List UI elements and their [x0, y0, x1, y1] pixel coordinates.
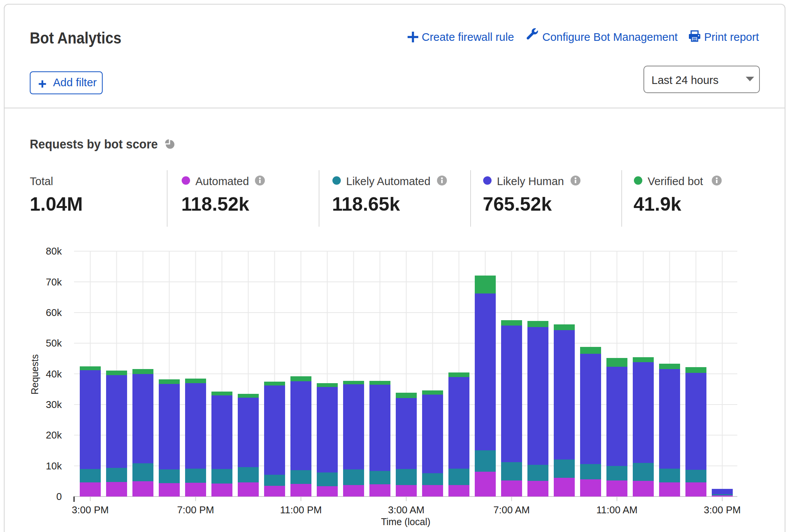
svg-text:3:00 PM: 3:00 PM: [72, 504, 109, 516]
svg-text:60k: 60k: [46, 307, 62, 318]
svg-text:11:00 PM: 11:00 PM: [280, 504, 322, 516]
svg-text:80k: 80k: [46, 245, 62, 257]
svg-text:40k: 40k: [46, 368, 62, 380]
svg-text:0: 0: [56, 491, 62, 502]
svg-text:11:00 AM: 11:00 AM: [597, 504, 638, 516]
svg-text:10k: 10k: [46, 460, 62, 472]
svg-text:3:00 PM: 3:00 PM: [704, 504, 741, 516]
svg-text:7:00 PM: 7:00 PM: [177, 504, 214, 516]
svg-text:7:00 AM: 7:00 AM: [493, 504, 530, 516]
svg-text:Time (local): Time (local): [381, 516, 430, 527]
svg-text:50k: 50k: [46, 337, 62, 349]
svg-text:70k: 70k: [46, 276, 62, 288]
svg-text:Requests: Requests: [29, 354, 40, 395]
svg-text:30k: 30k: [46, 399, 62, 410]
svg-text:20k: 20k: [46, 429, 62, 441]
svg-text:3:00 AM: 3:00 AM: [388, 504, 424, 516]
